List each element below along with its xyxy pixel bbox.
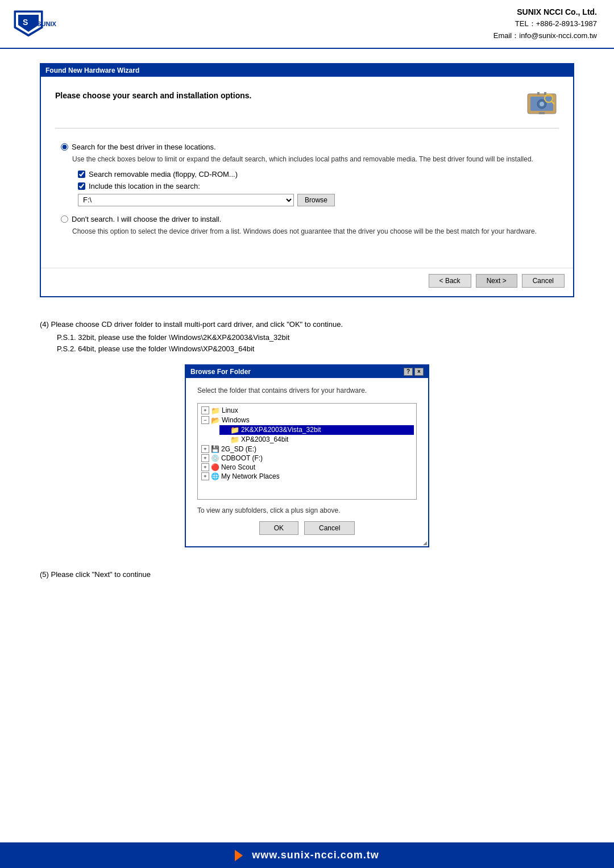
location-select[interactable]: F:\ bbox=[78, 194, 294, 206]
folder-icon-linux: 📁 bbox=[211, 406, 220, 415]
label-network: My Network Places bbox=[221, 472, 280, 480]
radio1-label[interactable]: Search for the best driver in these loca… bbox=[61, 143, 553, 151]
radio-group-1: Search for the best driver in these loca… bbox=[61, 143, 553, 206]
checkbox1-row: Search removable media (floppy, CD-ROM..… bbox=[78, 170, 553, 178]
wizard-dialog: Found New Hardware Wizard Please choose … bbox=[40, 63, 574, 297]
wizard-footer: < Back Next > Cancel bbox=[41, 268, 573, 296]
label-2gsd: 2G_SD (E:) bbox=[221, 445, 256, 453]
radio2-description: Choose this option to select the device … bbox=[72, 226, 553, 236]
browse-hint: To view any subfolders, click a plus sig… bbox=[197, 506, 417, 514]
checkbox1-input[interactable] bbox=[78, 171, 85, 178]
checkbox2-row: Include this location in the search: bbox=[78, 182, 553, 190]
wizard-body: Please choose your search and installati… bbox=[41, 77, 573, 256]
tree-item-network[interactable]: + 🌐 My Network Places bbox=[200, 472, 414, 481]
main-content: Found New Hardware Wizard Please choose … bbox=[0, 49, 614, 590]
folder-tree[interactable]: + 📁 Linux − 📂 Windows 📁 2K&XP&2003&Vista… bbox=[197, 403, 417, 500]
next-button[interactable]: Next > bbox=[476, 274, 517, 288]
wizard-title: Found New Hardware Wizard bbox=[45, 67, 139, 74]
svg-rect-9 bbox=[537, 92, 540, 95]
resize-handle[interactable]: ◢ bbox=[421, 539, 428, 546]
footer-arrow bbox=[235, 850, 243, 861]
folder-icon-64bit: 📁 bbox=[230, 435, 239, 444]
browse-cancel-button[interactable]: Cancel bbox=[304, 521, 355, 535]
location-row: F:\ Browse bbox=[78, 194, 553, 206]
folder-icon-32bit: 📁 bbox=[230, 426, 239, 434]
expand-windows[interactable]: − bbox=[201, 416, 209, 424]
tree-item-32bit[interactable]: 📁 2K&XP&2003&Vista_32bit bbox=[219, 425, 414, 435]
radio1-text: Search for the best driver in these loca… bbox=[72, 143, 216, 151]
help-button[interactable]: ? bbox=[404, 368, 413, 376]
radio1-description: Use the check boxes below to limit or ex… bbox=[72, 154, 553, 164]
svg-rect-10 bbox=[544, 92, 546, 95]
browse-footer: OK Cancel bbox=[197, 521, 417, 538]
company-name: SUNIX NCCI Co., Ltd. bbox=[493, 6, 597, 18]
expand-network[interactable]: + bbox=[201, 472, 209, 480]
drive-icon-2gsd: 💾 bbox=[211, 445, 219, 453]
wizard-options: Search for the best driver in these loca… bbox=[55, 140, 559, 248]
radio2-label[interactable]: Don't search. I will choose the driver t… bbox=[61, 215, 553, 223]
expand-nero[interactable]: + bbox=[201, 463, 209, 471]
expand-cdboot[interactable]: + bbox=[201, 454, 209, 462]
page-header: S SUNIX SUNIX NCCI Co., Ltd. TEL：+886-2-… bbox=[0, 0, 614, 49]
step4-ps2: P.S.2. 64bit, please use the folder \Win… bbox=[57, 344, 574, 353]
svg-text:SUNIX: SUNIX bbox=[37, 20, 56, 27]
checkbox2-label[interactable]: Include this location in the search: bbox=[89, 182, 200, 190]
expand-linux[interactable]: + bbox=[201, 406, 209, 414]
svg-text:S: S bbox=[23, 18, 28, 27]
expand-2gsd[interactable]: + bbox=[201, 445, 209, 453]
checkbox2-input[interactable] bbox=[78, 182, 85, 190]
browse-ok-button[interactable]: OK bbox=[259, 521, 298, 535]
titlebar-controls: ? × bbox=[404, 368, 424, 376]
wizard-header-row: Please choose your search and installati… bbox=[55, 88, 559, 128]
browse-titlebar: Browse For Folder ? × bbox=[186, 366, 428, 378]
label-32bit: 2K&XP&2003&Vista_32bit bbox=[241, 426, 321, 434]
tree-item-nero[interactable]: + 🔴 Nero Scout bbox=[200, 463, 414, 472]
browse-dialog: Browse For Folder ? × Select the folder … bbox=[185, 364, 429, 547]
page-footer: www.sunix-ncci.com.tw bbox=[0, 842, 614, 868]
step4-instructions: (4) Please choose CD driver folder to in… bbox=[40, 320, 574, 353]
radio2-text: Don't search. I will choose the driver t… bbox=[72, 215, 221, 223]
wizard-icon-svg bbox=[525, 88, 559, 119]
network-icon: 🌐 bbox=[211, 472, 219, 480]
label-64bit: XP&2003_64bit bbox=[241, 435, 288, 443]
wizard-titlebar: Found New Hardware Wizard bbox=[41, 64, 573, 77]
drive-icon-cdboot: 💿 bbox=[211, 454, 219, 462]
checkbox1-label[interactable]: Search removable media (floppy, CD-ROM..… bbox=[89, 170, 238, 178]
label-nero: Nero Scout bbox=[221, 463, 255, 471]
browse-button[interactable]: Browse bbox=[297, 194, 335, 206]
radio2-input[interactable] bbox=[61, 215, 68, 223]
step5-text: (5) Please click "Next" to continue bbox=[40, 570, 574, 579]
svg-point-8 bbox=[540, 102, 544, 106]
tree-item-linux[interactable]: + 📁 Linux bbox=[200, 406, 414, 416]
back-button[interactable]: < Back bbox=[429, 274, 471, 288]
cancel-button[interactable]: Cancel bbox=[522, 274, 565, 288]
drive-icon-nero: 🔴 bbox=[211, 463, 219, 471]
radio1-input[interactable] bbox=[61, 143, 68, 151]
step4-main: (4) Please choose CD driver folder to in… bbox=[40, 320, 574, 329]
label-windows: Windows bbox=[222, 416, 250, 424]
company-logo: S SUNIX bbox=[11, 8, 57, 39]
browse-description: Select the folder that contains drivers … bbox=[197, 387, 417, 394]
step4-ps1: P.S.1. 32bit, please use the folder \Win… bbox=[57, 333, 574, 342]
browse-body: Select the folder that contains drivers … bbox=[186, 378, 428, 546]
tree-item-windows[interactable]: − 📂 Windows bbox=[200, 416, 414, 425]
folder-icon-windows: 📂 bbox=[211, 416, 220, 425]
footer-url: www.sunix-ncci.com.tw bbox=[252, 849, 379, 861]
browse-title: Browse For Folder bbox=[190, 368, 251, 376]
email: Email：info@sunix-ncci.com.tw bbox=[493, 30, 597, 42]
tree-item-cdboot[interactable]: + 💿 CDBOOT (F:) bbox=[200, 454, 414, 463]
tree-item-2gsd[interactable]: + 💾 2G_SD (E:) bbox=[200, 445, 414, 454]
close-button[interactable]: × bbox=[414, 368, 424, 376]
tel: TEL：+886-2-8913-1987 bbox=[493, 18, 597, 30]
wizard-heading: Please choose your search and installati… bbox=[55, 88, 525, 100]
label-cdboot: CDBOOT (F:) bbox=[221, 454, 263, 462]
sunix-logo-svg: S SUNIX bbox=[11, 8, 57, 39]
svg-rect-11 bbox=[539, 112, 545, 114]
label-linux: Linux bbox=[222, 406, 238, 414]
tree-item-64bit[interactable]: 📁 XP&2003_64bit bbox=[219, 435, 414, 445]
contact-info: SUNIX NCCI Co., Ltd. TEL：+886-2-8913-198… bbox=[493, 6, 597, 42]
radio-group-2: Don't search. I will choose the driver t… bbox=[61, 215, 553, 236]
